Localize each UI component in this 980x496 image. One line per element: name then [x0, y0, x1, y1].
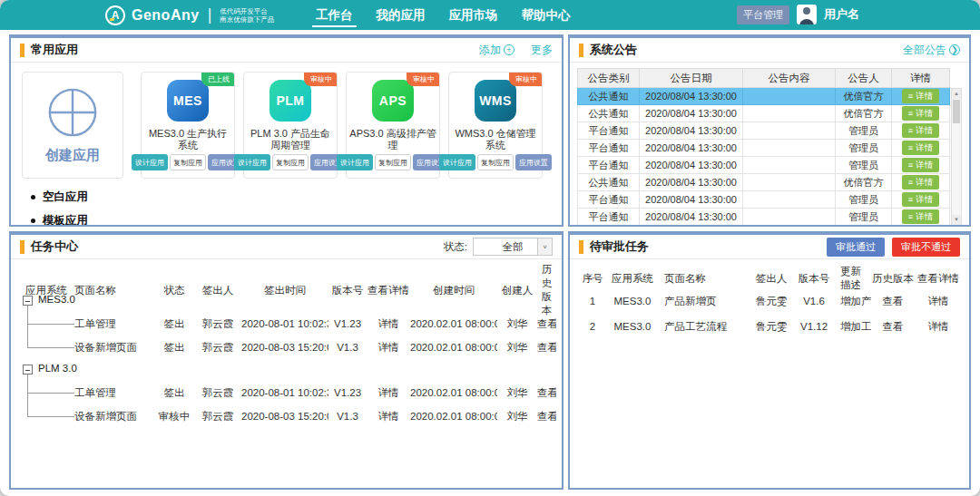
column-header: 详情: [892, 69, 950, 88]
create-app-card[interactable]: 创建应用: [22, 72, 123, 179]
add-app-link[interactable]: 添加 +: [479, 43, 514, 58]
announcement-detail-cell: ≡详情: [892, 174, 950, 191]
announcement-row[interactable]: 平台通知2020/08/04 13:30:00管理员≡详情: [578, 191, 950, 209]
all-announcements-link[interactable]: 全部公告 ❯: [903, 43, 960, 58]
announcement-row[interactable]: 平台通知2020/08/04 13:30:00管理员≡详情: [578, 122, 950, 140]
history-link[interactable]: 查看: [537, 386, 556, 400]
detail-button[interactable]: ≡详情: [902, 209, 939, 224]
apps-row: 创建应用 空白应用模板应用 已上线MESMES3.0 生产执行系统设计应用复制应…: [11, 63, 562, 227]
status-label: 状态:: [444, 240, 467, 254]
history-link[interactable]: 查看: [537, 410, 556, 423]
circle-arrow-icon: ❯: [949, 44, 960, 55]
announcement-date: 2020/08/04 13:30:00: [640, 88, 743, 105]
create-option[interactable]: 空白应用: [31, 190, 132, 205]
detail-button[interactable]: ≡详情: [902, 89, 939, 103]
announcement-row[interactable]: 平台通知2020/08/04 13:30:00管理员≡详情: [578, 209, 950, 226]
scrollbar[interactable]: ▲ ▼: [951, 88, 962, 226]
announcements-panel: 系统公告 全部公告 ❯ 公告类别公告日期公告内容公告人详情 公共通知2020/0…: [568, 34, 971, 227]
design-app-button[interactable]: 设计应用: [234, 154, 270, 170]
status-filter: 状态: 全部 ˅: [444, 238, 553, 256]
collapse-minus-icon[interactable]: [23, 365, 33, 374]
nav-item-帮助中心[interactable]: 帮助中心: [522, 0, 571, 30]
scroll-thumb[interactable]: [953, 100, 960, 123]
history-link[interactable]: 查看: [871, 295, 915, 308]
copy-app-button[interactable]: 复制应用: [272, 154, 309, 170]
announcement-row[interactable]: 公共通知2020/08/04 13:30:00优倍官方≡详情: [578, 105, 950, 122]
checkout-by: 鲁元雯: [750, 320, 793, 334]
copy-app-button[interactable]: 复制应用: [170, 154, 206, 170]
common-apps-header: 常用应用 添加 + 更多: [11, 38, 562, 63]
nav-item-我的应用[interactable]: 我的应用: [377, 0, 426, 30]
detail-button[interactable]: ≡详情: [902, 123, 939, 138]
scroll-up-icon[interactable]: ▲: [952, 89, 961, 99]
history-link[interactable]: 查看: [537, 341, 556, 355]
announcement-content: [743, 174, 836, 191]
list-icon: ≡: [908, 92, 913, 101]
detail-button[interactable]: ≡详情: [902, 175, 939, 190]
status-badge: 审核中: [509, 73, 542, 86]
history-link[interactable]: 查看: [871, 320, 915, 334]
detail-button[interactable]: ≡详情: [902, 106, 939, 121]
panel-title: 常用应用: [31, 42, 78, 58]
announcement-date: 2020/08/04 13:30:00: [640, 105, 743, 122]
card-buttons: 设计应用复制应用应用设置: [234, 154, 347, 170]
collapse-minus-icon[interactable]: [23, 296, 33, 306]
announcement-row[interactable]: 公共通知2020/08/04 13:30:00优倍官方≡详情: [578, 88, 950, 105]
view-detail-link[interactable]: 详情: [367, 341, 410, 355]
panel-title: 系统公告: [590, 42, 637, 58]
column-header: 公告日期: [640, 69, 743, 88]
group-name: PLM 3.0: [38, 363, 77, 374]
announcement-row[interactable]: 平台通知2020/08/04 13:30:00管理员≡详情: [578, 140, 950, 157]
copy-app-button[interactable]: 复制应用: [375, 154, 411, 170]
announcement-row[interactable]: 平台通知2020/08/04 13:30:00管理员≡详情: [578, 157, 950, 174]
user-menu[interactable]: 用户名: [797, 5, 859, 24]
detail-button[interactable]: ≡详情: [902, 158, 939, 172]
platform-admin-button[interactable]: 平台管理: [737, 5, 789, 24]
announcement-type: 公共通知: [578, 105, 640, 122]
status: 签出: [154, 341, 194, 355]
announcement-row[interactable]: 公共通知2020/08/04 13:30:00优倍官方≡详情: [578, 174, 950, 191]
reject-button[interactable]: 审批不通过: [892, 238, 960, 257]
announcement-detail-cell: ≡详情: [892, 157, 950, 174]
detail-button[interactable]: ≡详情: [902, 141, 939, 155]
view-detail-link[interactable]: 详情: [915, 295, 962, 308]
nav-item-应用市场[interactable]: 应用市场: [449, 0, 498, 30]
task-row[interactable]: 设备新增页面签出郭云霞2020-08-03 15:20:00V1.3详情2020…: [18, 336, 556, 359]
view-detail-link[interactable]: 详情: [915, 320, 962, 334]
common-apps-panel: 常用应用 添加 + 更多: [9, 34, 564, 227]
accent-bar: [20, 44, 24, 57]
scroll-down-icon[interactable]: ▼: [952, 215, 961, 225]
design-app-button[interactable]: 设计应用: [337, 154, 373, 170]
tree-connector: [27, 347, 74, 348]
view-detail-link[interactable]: 详情: [367, 317, 410, 331]
column-header: 公告类别: [578, 69, 640, 88]
creator: 刘华: [497, 317, 537, 331]
more-link[interactable]: 更多: [531, 43, 553, 58]
history-link[interactable]: 查看: [537, 317, 556, 331]
copy-app-button[interactable]: 复制应用: [477, 154, 514, 170]
task-row[interactable]: 工单管理签出郭云霞2020-08-01 10:02:30V1.23详情2020.…: [18, 381, 556, 404]
status-select[interactable]: 全部 ˅: [473, 238, 553, 256]
design-app-button[interactable]: 设计应用: [132, 154, 168, 170]
top-header: A GenoAny | 低代码开发平台 南京优倍旗下产品 工作台我的应用应用市场…: [0, 0, 980, 30]
version: V1.23: [328, 387, 367, 398]
view-detail-link[interactable]: 详情: [367, 386, 410, 400]
task-row[interactable]: 工单管理签出郭云霞2020-08-01 10:02:30V1.23详情2020.…: [18, 312, 556, 336]
view-detail-link[interactable]: 详情: [367, 410, 410, 423]
approval-row[interactable]: 2MES3.0产品工艺流程鲁元雯V1.12增加工艺属性......查看详情: [579, 314, 962, 339]
announcements-table: 公告类别公告日期公告内容公告人详情 公共通知2020/08/04 13:30:0…: [577, 68, 950, 226]
task-row[interactable]: 设备新增页面审核中郭云霞2020-08-03 15:20:00V1.3详情202…: [18, 404, 556, 428]
announcement-publisher: 优倍官方: [836, 174, 892, 191]
app-settings-button[interactable]: 应用设置: [515, 154, 552, 170]
column-header: 版本号: [793, 272, 835, 286]
announcement-date: 2020/08/04 13:30:00: [640, 174, 743, 191]
approval-row[interactable]: 1MES3.0产品新增页鲁元雯V1.6增加产品属性查看详情: [579, 288, 962, 314]
detail-button[interactable]: ≡详情: [902, 192, 939, 207]
announcement-type: 公共通知: [578, 88, 640, 105]
create-option[interactable]: 模板应用: [31, 213, 132, 227]
nav-item-工作台[interactable]: 工作台: [316, 0, 353, 30]
design-app-button[interactable]: 设计应用: [439, 154, 475, 170]
list-icon: ≡: [908, 196, 913, 204]
dashboard-grid: 常用应用 添加 + 更多: [9, 34, 971, 490]
approve-button[interactable]: 审批通过: [827, 238, 885, 257]
